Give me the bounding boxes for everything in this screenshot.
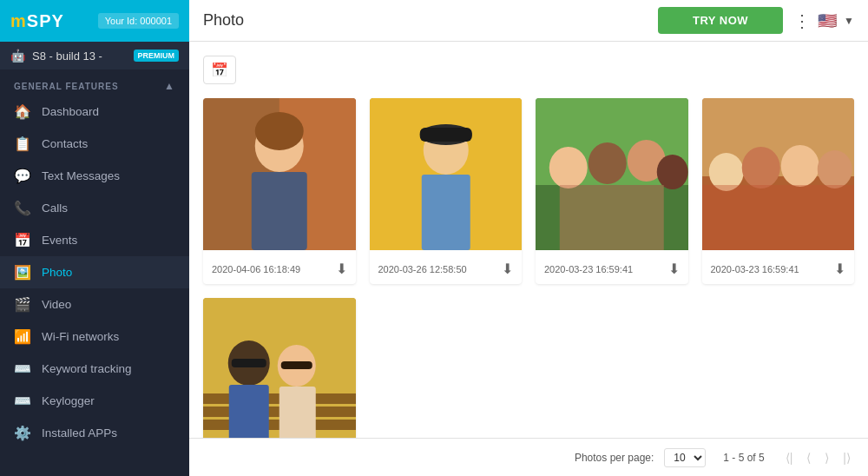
photo-thumb-3: [536, 98, 688, 250]
photo-card-4: 2020-03-23 16:59:41 ⬇: [702, 98, 855, 284]
photo-date-3: 2020-03-23 16:59:41: [544, 264, 633, 274]
keyboard-icon: ⌨️: [14, 360, 31, 377]
photo-info-3: 2020-03-23 16:59:41 ⬇: [536, 254, 688, 284]
svg-rect-27: [702, 185, 855, 250]
topbar-icons: ⋮ 🇺🇸 ▼: [793, 10, 854, 31]
prev-page-button[interactable]: ⟨: [803, 449, 814, 466]
events-icon: 📅: [14, 232, 31, 248]
photo-info-4: 2020-03-23 16:59:41 ⬇: [702, 254, 855, 284]
keylogger-icon: ⌨️: [14, 393, 31, 409]
per-page-label: Photos per page:: [575, 452, 654, 464]
sidebar-item-label: Text Messages: [42, 169, 120, 182]
photo-card-5: 2020-03-20 10:22:15 ⬇: [203, 298, 356, 438]
svg-rect-36: [281, 361, 312, 369]
per-page-select[interactable]: 10 25 50: [664, 448, 706, 467]
photo-date-2: 2020-03-26 12:58:50: [378, 264, 467, 274]
user-id-badge: Your Id: 000001: [98, 13, 179, 29]
device-row[interactable]: 🤖 S8 - build 13 - PREMIUM: [0, 42, 189, 69]
video-icon: 🎬: [14, 296, 31, 313]
svg-point-18: [657, 155, 688, 189]
content-area: 📅 2020-04-06 16:18:49: [189, 42, 868, 438]
photo-grid-row1: 2020-04-06 16:18:49 ⬇ 2: [203, 98, 854, 284]
sidebar-item-wifi-networks[interactable]: 📶 Wi-Fi networks: [0, 321, 189, 353]
svg-rect-4: [252, 172, 307, 250]
svg-rect-35: [232, 359, 266, 367]
photo-thumb-2: [370, 98, 523, 250]
sidebar-item-label: Installed APPs: [42, 426, 117, 440]
sidebar-item-keyword-tracking[interactable]: ⌨️ Keyword tracking: [0, 353, 189, 385]
photo-thumb-5: [203, 298, 356, 438]
sidebar-item-label: Photo: [42, 266, 72, 279]
try-now-button[interactable]: TRY NOW: [658, 7, 783, 34]
svg-rect-11: [419, 128, 471, 142]
chevron-up-icon: ▲: [164, 80, 175, 92]
apps-icon: ⚙️: [14, 425, 31, 441]
pagination-bar: Photos per page: 10 25 50 1 - 5 of 5 ⟨| …: [189, 438, 868, 476]
main-content: Photo TRY NOW ⋮ 🇺🇸 ▼ 📅: [189, 0, 868, 476]
calendar-filter-button[interactable]: 📅: [203, 56, 236, 84]
svg-rect-9: [421, 175, 470, 250]
download-button-1[interactable]: ⬇: [336, 261, 347, 277]
pagination-range: 1 - 5 of 5: [723, 452, 764, 464]
sidebar-item-label: Events: [42, 234, 77, 247]
svg-point-5: [255, 112, 304, 150]
sidebar-item-label: Contacts: [42, 137, 88, 150]
sidebar: mSPY Your Id: 000001 🤖 S8 - build 13 - P…: [0, 0, 189, 476]
calendar-filter: 📅: [203, 56, 854, 84]
sidebar-item-events[interactable]: 📅 Events: [0, 224, 189, 256]
sidebar-item-keylogger[interactable]: ⌨️ Keylogger: [0, 385, 189, 417]
photo-icon: 🖼️: [14, 264, 31, 281]
svg-rect-38: [279, 387, 316, 438]
sidebar-item-text-messages[interactable]: 💬 Text Messages: [0, 160, 189, 192]
photo-date-1: 2020-04-06 16:18:49: [212, 264, 300, 274]
calls-icon: 📞: [14, 200, 31, 216]
svg-point-26: [817, 150, 852, 188]
svg-point-16: [589, 142, 627, 184]
photo-info-1: 2020-04-06 16:18:49 ⬇: [203, 254, 356, 284]
photo-thumb-1: [203, 98, 356, 250]
sidebar-item-video[interactable]: 🎬 Video: [0, 288, 189, 321]
general-features-label: GENERAL FEATURES ▲: [0, 69, 189, 96]
sidebar-item-photo[interactable]: 🖼️ Photo: [0, 256, 189, 288]
sidebar-item-contacts[interactable]: 📋 Contacts: [0, 128, 189, 160]
contacts-icon: 📋: [14, 136, 31, 152]
svg-point-15: [549, 147, 588, 188]
wifi-icon: 📶: [14, 328, 31, 345]
sidebar-header: mSPY Your Id: 000001: [0, 0, 189, 42]
home-icon: 🏠: [14, 103, 31, 120]
device-name: S8 - build 13 -: [32, 50, 127, 63]
sidebar-item-label: Video: [42, 298, 71, 311]
topbar: Photo TRY NOW ⋮ 🇺🇸 ▼: [189, 0, 868, 42]
download-button-3[interactable]: ⬇: [668, 261, 680, 277]
sidebar-item-installed-apps[interactable]: ⚙️ Installed APPs: [0, 417, 189, 449]
download-button-4[interactable]: ⬇: [834, 261, 845, 277]
download-button-2[interactable]: ⬇: [502, 261, 513, 277]
last-page-button[interactable]: |⟩: [839, 449, 854, 466]
premium-badge: PREMIUM: [134, 50, 180, 62]
next-page-button[interactable]: ⟩: [821, 449, 832, 466]
photo-card-1: 2020-04-06 16:18:49 ⬇: [203, 98, 356, 284]
messages-icon: 💬: [14, 168, 31, 184]
photo-card-3: 2020-03-23 16:59:41 ⬇: [536, 98, 688, 284]
first-page-button[interactable]: ⟨|: [782, 449, 797, 466]
sidebar-item-dashboard[interactable]: 🏠 Dashboard: [0, 96, 189, 128]
sidebar-item-label: Wi-Fi networks: [42, 330, 119, 343]
sidebar-item-label: Dashboard: [42, 105, 99, 118]
dropdown-arrow-icon[interactable]: ▼: [844, 15, 854, 27]
logo: mSPY: [10, 11, 64, 31]
photo-date-4: 2020-03-23 16:59:41: [711, 264, 799, 274]
sidebar-item-calls[interactable]: 📞 Calls: [0, 192, 189, 224]
photo-info-2: 2020-03-26 12:58:50 ⬇: [370, 254, 523, 284]
sidebar-item-label: Keylogger: [42, 394, 95, 407]
photo-grid-row2: 2020-03-20 10:22:15 ⬇: [203, 298, 854, 438]
svg-rect-19: [560, 185, 664, 250]
sidebar-item-label: Keyword tracking: [42, 362, 132, 375]
svg-point-25: [780, 145, 819, 187]
svg-rect-37: [229, 385, 269, 438]
flag-icon[interactable]: 🇺🇸: [818, 11, 837, 30]
photo-card-2: 2020-03-26 12:58:50 ⬇: [370, 98, 523, 284]
svg-point-24: [741, 147, 779, 188]
page-title: Photo: [203, 11, 244, 30]
more-options-icon[interactable]: ⋮: [793, 10, 811, 31]
photo-thumb-4: [702, 98, 855, 250]
